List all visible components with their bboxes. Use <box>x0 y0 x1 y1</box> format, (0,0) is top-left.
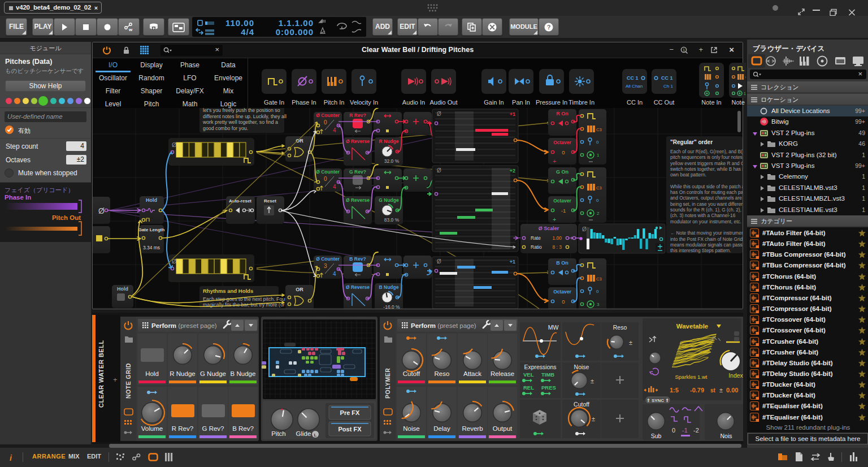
svg-text:0: 0 <box>596 140 599 145</box>
svg-text:Ø Counter: Ø Counter <box>316 256 340 262</box>
svg-text:8 : 3: 8 : 3 <box>552 244 562 250</box>
svg-text:G Rev?: G Rev? <box>349 169 366 175</box>
svg-text:1: 1 <box>683 47 685 53</box>
svg-text:Octaver: Octaver <box>553 140 571 145</box>
svg-text:NOTE GRID: NOTE GRID <box>125 363 132 399</box>
svg-text:0: 0 <box>672 427 675 434</box>
svg-text:PRES: PRES <box>541 384 556 391</box>
svg-text:st: st <box>710 387 716 394</box>
svg-text:Release: Release <box>491 370 514 377</box>
svg-text:Hold: Hold <box>146 197 157 203</box>
svg-text:Cutoff: Cutoff <box>403 370 420 377</box>
svg-text:B On: B On <box>556 260 568 266</box>
svg-text:work pretty well together, so: work pretty well together, so find a <box>202 119 278 125</box>
svg-text:R Nudge: R Nudge <box>170 370 195 377</box>
svg-text:0.00: 0.00 <box>726 387 738 394</box>
svg-text:Octaver: Octaver <box>553 289 571 295</box>
svg-text:Reverb: Reverb <box>462 425 483 432</box>
svg-text:"Regular" order: "Regular" order <box>670 139 713 145</box>
svg-text:CC 1: CC 1 <box>661 75 673 81</box>
svg-text:+: + <box>553 158 556 165</box>
svg-text:this interesting Steps pattern: this interesting Steps pattern. <box>670 248 731 253</box>
svg-text:-1: -1 <box>682 427 688 434</box>
svg-text:Pitch: Pitch <box>271 430 286 437</box>
svg-text:32.0 %: 32.0 % <box>384 158 400 164</box>
svg-text:Reso: Reso <box>435 370 450 377</box>
svg-text:w: w <box>128 27 133 32</box>
svg-text:Post FX: Post FX <box>338 426 362 433</box>
svg-text:Pre FX: Pre FX <box>340 409 361 416</box>
svg-text:OR: OR <box>296 287 303 292</box>
svg-text:⇑ SYNC ⇑: ⇑ SYNC ⇑ <box>646 398 669 403</box>
svg-text:Ø: Ø <box>98 206 105 215</box>
svg-text:R On: R On <box>556 111 568 116</box>
svg-text:Ø Reverse: Ø Reverse <box>346 284 370 290</box>
svg-text:Noise: Noise <box>574 364 589 370</box>
svg-text:-0.79: -0.79 <box>690 387 704 394</box>
svg-text:Nois: Nois <box>720 433 732 439</box>
svg-text:Ch 1: Ch 1 <box>663 84 673 89</box>
svg-text:±: ± <box>591 378 594 384</box>
svg-text:3: 3 <box>597 302 600 307</box>
svg-text:Ø Scaler: Ø Scaler <box>539 226 559 231</box>
svg-text:0: 0 <box>596 198 599 203</box>
svg-text:0: 0 <box>562 299 565 305</box>
svg-text:into the Post FX chain of Note: into the Post FX chain of Note Grid <box>670 236 743 242</box>
svg-text:+: + <box>113 375 118 384</box>
svg-text:modulator on your instrument,: modulator on your instrument, etc. <box>670 219 741 224</box>
svg-text:Ratio: Ratio <box>531 244 542 250</box>
svg-text:While this output side of the: While this output side of the patch al <box>670 184 743 189</box>
svg-text:Rate: Rate <box>531 235 541 241</box>
svg-text:Hold: Hold <box>145 370 159 377</box>
svg-text:±: ± <box>719 387 723 394</box>
svg-text:83.0 %: 83.0 % <box>384 217 400 223</box>
svg-text:Sub: Sub <box>651 433 662 439</box>
svg-text:1:5: 1:5 <box>670 387 679 394</box>
svg-text:-1: -1 <box>561 207 566 214</box>
svg-text:C3: C3 <box>596 276 602 282</box>
svg-text:Volume: Volume <box>141 425 163 432</box>
svg-text:MW: MW <box>548 324 559 331</box>
svg-text:sounds for the R (ch. 1), G (c: sounds for the R (ch. 1), G (ch. 2), and <box>670 207 743 213</box>
svg-text:G On: G On <box>556 169 568 175</box>
svg-text:Hold: Hold <box>117 286 128 292</box>
svg-text:R Nudge: R Nudge <box>379 139 399 144</box>
svg-text:3: 3 <box>324 263 327 269</box>
svg-text:switch notes together, while B: switch notes together, while B has its <box>670 166 743 172</box>
svg-text:?: ? <box>547 24 551 31</box>
svg-text:own beat pattern.: own beat pattern. <box>670 172 706 178</box>
svg-text:Reso: Reso <box>613 324 627 331</box>
svg-text:Ø Reverse: Ø Reverse <box>346 139 370 144</box>
svg-text:B Rev?: B Rev? <box>349 256 366 262</box>
svg-text:CLEAR WATER BELL: CLEAR WATER BELL <box>98 340 105 408</box>
svg-text:+1: +1 <box>510 111 515 117</box>
svg-text:VEL: VEL <box>523 371 534 378</box>
svg-text:good combo for you.: good combo for you. <box>203 126 248 131</box>
svg-text:0: 0 <box>324 176 327 182</box>
svg-text:+2: +2 <box>510 168 515 174</box>
svg-text:1: 1 <box>597 153 600 158</box>
svg-text:different notes line up. Lucki: different notes line up. Luckily, they a… <box>203 114 287 119</box>
svg-text:has On controls for muting eac: has On controls for muting each part <box>670 189 743 195</box>
svg-text:and Octavers, output channels: and Octavers, output channels are als <box>670 195 743 201</box>
svg-text:Ø: Ø <box>437 258 441 265</box>
svg-text:Reset: Reset <box>264 198 276 204</box>
svg-text:pitch sequencers is only four: pitch sequencers is only four notes. T <box>670 154 743 160</box>
svg-text:REL: REL <box>523 384 534 391</box>
svg-text:Rhythms and Holds: Rhythms and Holds <box>203 288 253 294</box>
svg-text:Ø Counter: Ø Counter <box>316 113 340 118</box>
svg-text:B Nudge: B Nudge <box>379 284 399 290</box>
svg-text:0: 0 <box>562 149 565 155</box>
svg-text:Cutoff: Cutoff <box>574 401 589 408</box>
svg-text:+: + <box>553 307 556 309</box>
svg-text:Perform (preset page): Perform (preset page) <box>151 322 217 329</box>
svg-text:3.34 ms: 3.34 ms <box>143 245 160 250</box>
svg-text:4: 4 <box>333 184 336 190</box>
svg-text:means modulator signals can pa: means modulator signals can pass. Lik <box>670 242 743 248</box>
svg-text:Glide: Glide <box>296 430 311 437</box>
svg-text:4: 4 <box>333 127 336 133</box>
svg-text:C3: C3 <box>596 185 602 191</box>
svg-text:G Rev?: G Rev? <box>202 425 224 432</box>
svg-text:let's you freely push the posi: let's you freely push the position so <box>203 108 280 113</box>
svg-text:2: 2 <box>597 211 600 216</box>
